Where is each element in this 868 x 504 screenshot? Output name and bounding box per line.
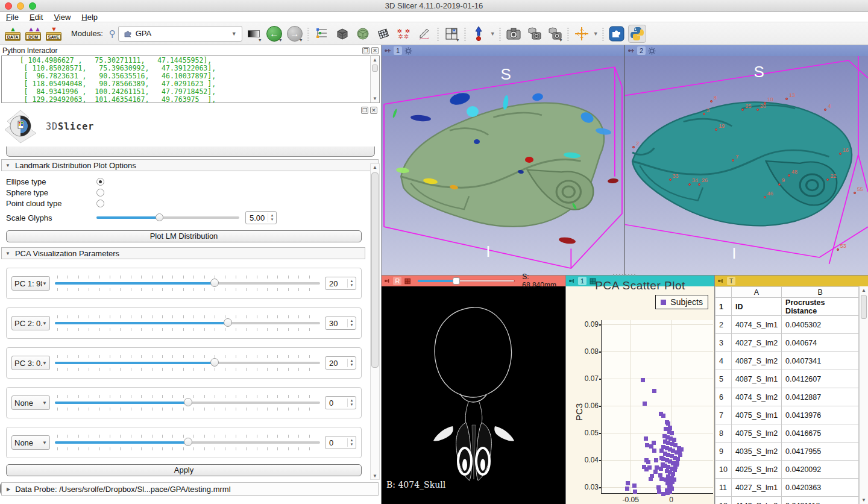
python-console[interactable]: [ 104.4986627 , 75.30271111, 47.14455952… (1, 55, 380, 103)
landmark-point[interactable] (837, 248, 839, 251)
module-search-icon[interactable]: ⚲ (109, 28, 116, 39)
scroll-down-icon[interactable]: ▼ (371, 473, 379, 479)
redo-button[interactable]: → ▼ (286, 25, 304, 43)
pca-visualization-section-header[interactable]: ▼ PCA Visualization Parameters (1, 247, 365, 259)
scatter-point[interactable] (679, 447, 684, 452)
menu-view[interactable]: View (54, 13, 71, 22)
pc-selector-combo[interactable]: None▼ (11, 435, 50, 450)
pc-spinbox[interactable]: 30▲▼ (325, 317, 356, 330)
pc-spinbox[interactable]: 20▲▼ (325, 356, 356, 370)
landmark-point[interactable] (732, 159, 734, 162)
landmark-distribution-section-header[interactable]: ▼ Landmark Distribution Plot Options (1, 159, 379, 171)
view3d-2-viewport[interactable]: S I (625, 56, 868, 275)
spinbox-arrows-icon[interactable]: ▲▼ (268, 213, 276, 222)
scatter-point[interactable] (652, 441, 656, 445)
scatter-point[interactable] (671, 472, 675, 476)
module-selector-combo[interactable]: GPA ▼ (118, 26, 242, 42)
landmark-point[interactable] (698, 183, 700, 186)
gear-icon[interactable] (404, 47, 412, 55)
view3d-1-viewport[interactable]: S I (382, 56, 624, 275)
scene-view-restore-button[interactable]: ▼ (546, 25, 564, 43)
markups-module-button[interactable]: ✲ ✲✲✲ (395, 25, 413, 43)
scene-view-capture-button[interactable] (525, 25, 543, 43)
scatter-point[interactable] (678, 453, 682, 457)
volumes-module-button[interactable] (333, 25, 351, 43)
scatter-point[interactable] (668, 426, 672, 430)
pc-selector-combo[interactable]: PC 2: 0.2▼ (11, 316, 50, 330)
red-slice-view[interactable]: R S: 68.840mm (382, 276, 565, 504)
red-slice-header[interactable]: R S: 68.840mm (382, 276, 565, 286)
scatter-point[interactable] (646, 460, 650, 464)
plot-lm-distribution-button[interactable]: Plot LM Distribution (6, 230, 362, 242)
ellipse-type-radio[interactable] (96, 178, 104, 186)
annotations-module-button[interactable] (415, 25, 433, 43)
table-row[interactable]: 1IDProcrustes Distance (715, 298, 859, 316)
table-row[interactable]: 64074_S_lm20.0412887 (715, 388, 859, 406)
column-header-a[interactable]: A (731, 287, 781, 298)
screenshot-button[interactable] (505, 25, 523, 43)
landmark-point[interactable] (788, 174, 790, 177)
pc-slider[interactable] (55, 395, 320, 411)
scatter-point[interactable] (661, 414, 665, 418)
scatter-point[interactable] (626, 481, 630, 485)
dicom-button[interactable]: ▲▲ DCM (24, 25, 42, 43)
scatter-point[interactable] (672, 477, 676, 482)
scatter-point[interactable] (672, 438, 676, 442)
pc-slider[interactable] (55, 355, 320, 371)
view3d-2-header[interactable]: 2 (625, 45, 868, 56)
scroll-down-icon[interactable]: ▼ (860, 497, 868, 503)
undo-button[interactable]: ← ▼ (265, 25, 283, 43)
column-header-b[interactable]: B (782, 287, 859, 298)
scatter-point[interactable] (652, 389, 656, 393)
pc-slider[interactable] (55, 276, 320, 291)
landmark-point[interactable] (854, 192, 856, 194)
table-row[interactable]: 124149_S_lm20.0421118 (715, 497, 859, 504)
table-row[interactable]: 54087_S_lm10.0412607 (715, 370, 859, 388)
spinbox-arrows-icon[interactable]: ▲▼ (347, 438, 356, 447)
slice-offset-slider[interactable] (418, 277, 515, 285)
pin-icon[interactable] (717, 277, 725, 285)
pin-icon[interactable] (627, 47, 635, 54)
pc-spinbox[interactable]: 0▲▼ (325, 436, 356, 449)
console-scrollbar[interactable]: ▲ ▼ (370, 56, 379, 102)
pin-icon[interactable] (384, 277, 391, 285)
crosshair-button[interactable] (573, 25, 591, 43)
load-data-button[interactable]: ▲ DATA (4, 25, 22, 43)
pc-selector-combo[interactable]: PC 3: 0.2▼ (11, 356, 50, 370)
scatter-point[interactable] (633, 490, 637, 494)
spinbox-arrows-icon[interactable]: ▲▼ (347, 359, 356, 367)
scatter-point[interactable] (670, 431, 674, 435)
float-panel-icon[interactable]: ❐ (362, 47, 370, 54)
table-row[interactable]: 44087_S_lm20.0407341 (715, 352, 859, 370)
gear-icon[interactable] (648, 47, 656, 55)
extensions-manager-button[interactable] (608, 25, 626, 43)
scatter-point[interactable] (641, 378, 645, 382)
data-probe-bar[interactable]: ▶ Data Probe: /Users/srolfe/Dropbox/Sl..… (1, 482, 379, 496)
pc-selector-combo[interactable]: None▼ (11, 395, 50, 410)
scroll-down-icon[interactable]: ▼ (371, 95, 379, 102)
models-module-button[interactable] (354, 25, 372, 43)
table-row[interactable]: 74075_S_lm10.0413976 (715, 406, 859, 424)
landmark-point[interactable] (703, 113, 705, 115)
scatter-point[interactable] (647, 465, 652, 470)
scatter-point[interactable] (652, 449, 656, 453)
apply-button[interactable]: Apply (6, 464, 362, 476)
landmark-point[interactable] (839, 153, 841, 155)
scatter-point[interactable] (625, 487, 629, 491)
landmark-point[interactable] (826, 178, 829, 181)
table-row[interactable]: 24074_S_lm10.0405302 (715, 316, 859, 334)
landmark-point[interactable] (785, 98, 788, 100)
chevron-down-icon[interactable]: ▼ (490, 31, 495, 37)
pc-spinbox[interactable]: 0▲▼ (325, 396, 356, 409)
landmark-point[interactable] (764, 196, 766, 198)
menu-file[interactable]: File (6, 13, 19, 22)
transforms-module-button[interactable] (374, 25, 392, 43)
table-view-header[interactable]: T (715, 276, 868, 286)
table-row[interactable]: 94035_S_lm20.0417955 (715, 443, 859, 461)
table-row[interactable]: 104025_S_lm20.0420092 (715, 461, 859, 479)
table-view[interactable]: T A B 1IDProcrustes Distance24074_S_lm10… (715, 276, 868, 504)
pin-icon[interactable] (384, 47, 391, 54)
pc-slider[interactable] (55, 435, 320, 450)
scatter-point[interactable] (644, 436, 648, 441)
plot-view[interactable]: 1 PCA Scatter Plot PC3 PC2 0.090.080.070… (565, 276, 715, 504)
